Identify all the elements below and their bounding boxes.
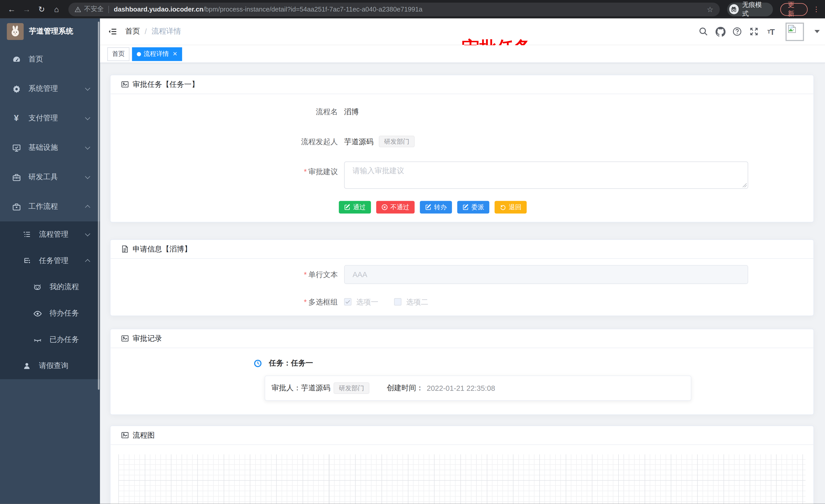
sidebar-item-label: 基础设施 <box>28 143 58 153</box>
application-info-card: 申请信息【滔博】 *单行文本 *多选框组 选项一 <box>110 239 814 316</box>
checkbox-group-label: *多选框组 <box>121 297 344 307</box>
sidebar-item-label: 已办任务 <box>50 335 79 344</box>
sidebar: 芋道管理系统 首页 系统管理 ¥ 支付管理 <box>0 18 100 504</box>
suggestion-row: *审批建议 <box>121 161 803 189</box>
edit-icon <box>344 204 351 211</box>
browser-reload-icon[interactable]: ↻ <box>35 2 48 16</box>
sidebar-item-process-mgmt[interactable]: 流程管理 <box>0 222 100 248</box>
sidebar-item-todo-tasks[interactable]: 待办任务 <box>0 301 100 327</box>
font-size-icon[interactable]: TT <box>765 26 776 37</box>
sidebar-item-label: 待办任务 <box>50 309 79 318</box>
approval-record-card: 审批记录 任务：任务一 审批人： 芋道源码 研发部门 创建时间： 2022-01 <box>110 329 814 415</box>
document-icon <box>121 245 129 253</box>
picture-icon <box>121 431 129 439</box>
screen: ← → ↻ ⌂ 不安全 dashboard.yudao.iocoder.cn/b… <box>0 0 825 504</box>
toolbox-icon <box>10 173 22 182</box>
url-bar[interactable]: 不安全 dashboard.yudao.iocoder.cn/bpm/proce… <box>68 2 720 16</box>
bookmark-star-icon[interactable]: ☆ <box>706 5 713 14</box>
url-divider <box>108 6 109 13</box>
list-icon <box>21 230 32 239</box>
sidebar-submenu-workflow: 流程管理 任务管理 我的流程 待办任务 已办 <box>0 222 100 379</box>
chevron-down-icon <box>85 86 90 91</box>
approver-value: 芋道源码 <box>301 384 330 393</box>
approval-card-header: 审批任务【任务一】 <box>110 75 814 94</box>
tab-close-icon[interactable]: ✕ <box>173 51 177 57</box>
avatar[interactable] <box>785 22 804 41</box>
app-logo <box>7 23 24 40</box>
create-time-value: 2022-01-21 22:35:08 <box>427 384 495 392</box>
textarea-resize-handle[interactable] <box>742 183 747 187</box>
sidebar-item-infra[interactable]: 基础设施 <box>0 133 100 163</box>
chevron-down-icon <box>85 231 90 236</box>
browser-home-icon[interactable]: ⌂ <box>50 2 63 16</box>
robot-icon <box>31 283 43 291</box>
sidebar-item-devtools[interactable]: 研发工具 <box>0 163 100 192</box>
fullscreen-icon[interactable] <box>749 26 759 37</box>
breadcrumb-home[interactable]: 首页 <box>125 27 140 36</box>
process-name-row: 流程名 滔博 <box>121 106 803 117</box>
sidebar-item-label: 系统管理 <box>28 84 58 94</box>
warning-icon <box>75 6 81 12</box>
sidebar-item-task-mgmt[interactable]: 任务管理 <box>0 248 100 274</box>
record-detail-box: 审批人： 芋道源码 研发部门 创建时间： 2022-01-21 22:35:08 <box>265 375 691 401</box>
sidebar-toggle[interactable] <box>100 18 125 45</box>
reject-button[interactable]: 不通过 <box>376 201 415 213</box>
card-title: 审批任务【任务一】 <box>133 80 199 89</box>
broken-image-icon <box>788 24 796 33</box>
picture-icon <box>121 334 129 342</box>
tab-process-detail[interactable]: 流程详情 ✕ <box>132 47 182 61</box>
incognito-badge: 无痕模式 <box>727 2 773 16</box>
yen-icon: ¥ <box>10 114 22 123</box>
sidebar-item-done-tasks[interactable]: 已办任务 <box>0 327 100 353</box>
sidebar-scrollbar[interactable] <box>98 21 99 390</box>
sidebar-item-system[interactable]: 系统管理 <box>0 74 100 104</box>
sidebar-item-home[interactable]: 首页 <box>0 45 100 74</box>
approve-button[interactable]: 通过 <box>339 201 371 213</box>
app-title: 芋道管理系统 <box>29 27 73 36</box>
github-icon[interactable] <box>715 26 726 37</box>
dept-tag: 研发部门 <box>333 383 369 394</box>
circle-close-icon <box>381 204 388 211</box>
search-icon[interactable] <box>698 26 709 37</box>
sidebar-item-my-process[interactable]: 我的流程 <box>0 274 100 301</box>
chevron-up-icon <box>85 205 90 210</box>
sidebar-item-payment[interactable]: ¥ 支付管理 <box>0 104 100 133</box>
suggestion-textarea[interactable] <box>344 161 748 189</box>
help-icon[interactable] <box>732 26 743 37</box>
app-logo-row[interactable]: 芋道管理系统 <box>0 18 100 45</box>
refresh-left-icon <box>500 204 506 211</box>
sidebar-item-leave-query[interactable]: 请假查询 <box>0 353 100 379</box>
tab-home[interactable]: 首页 <box>107 47 129 61</box>
return-button[interactable]: 退回 <box>495 201 527 213</box>
checkbox-group-row: *多选框组 选项一 选项二 <box>121 297 803 307</box>
avatar-dropdown-caret-icon[interactable] <box>815 30 820 33</box>
tab-label: 首页 <box>112 50 125 58</box>
sidebar-item-label: 工作流程 <box>28 202 58 212</box>
initiator-value: 芋道源码 <box>344 136 374 147</box>
sidebar-item-workflow[interactable]: 工作流程 <box>0 192 100 222</box>
required-asterisk: * <box>304 167 307 176</box>
task-title: 任务：任务一 <box>269 359 313 368</box>
bpmn-canvas[interactable] <box>119 454 806 504</box>
browser-update-button[interactable]: 更新 <box>780 3 808 15</box>
chevron-down-icon <box>85 174 90 179</box>
timeline-item: 任务：任务一 <box>254 359 803 368</box>
edit-icon <box>462 204 469 211</box>
header-actions: TT <box>698 22 825 41</box>
sidebar-item-label: 请假查询 <box>39 361 68 371</box>
browser-forward-icon[interactable]: → <box>20 2 33 16</box>
picture-icon <box>121 80 129 88</box>
delegate-button[interactable]: 委派 <box>457 201 490 213</box>
security-label[interactable]: 不安全 <box>84 5 104 14</box>
browser-toolbar: ← → ↻ ⌂ 不安全 dashboard.yudao.iocoder.cn/b… <box>0 0 825 18</box>
breadcrumb-current: 流程详情 <box>151 27 181 36</box>
process-name-label: 流程名 <box>121 106 344 117</box>
tree-icon <box>21 257 32 265</box>
monitor-icon <box>10 144 22 152</box>
gear-icon <box>10 85 22 93</box>
transfer-button[interactable]: 转办 <box>420 201 452 213</box>
sidebar-menu: 首页 系统管理 ¥ 支付管理 基础设施 <box>0 45 100 222</box>
browser-back-icon[interactable]: ← <box>5 2 18 16</box>
browser-menu-dots-icon[interactable]: ⋮ <box>813 5 820 13</box>
briefcase-icon <box>10 202 22 211</box>
